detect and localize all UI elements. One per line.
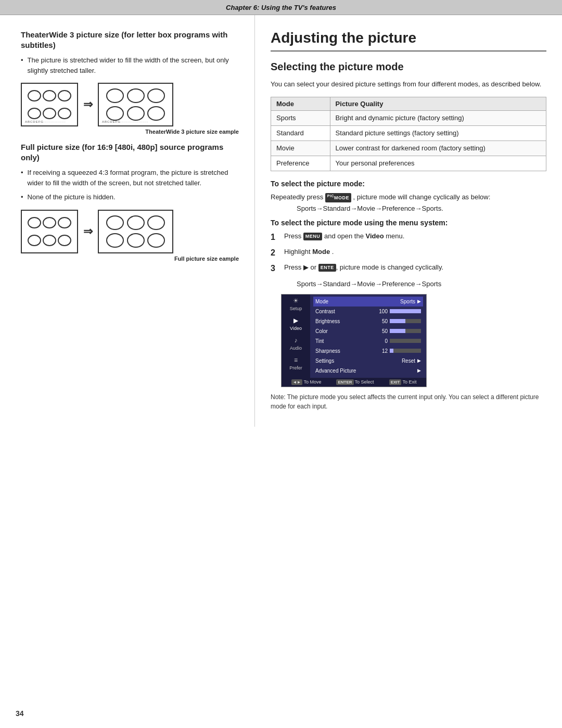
menu-content-area: ModeSports▶Contrast100Brightness50Color5…	[310, 295, 426, 378]
menu-key: MENU	[303, 233, 323, 241]
menu-row-label: Color	[315, 327, 328, 335]
menu-row: Color50	[313, 326, 423, 336]
circle	[147, 106, 165, 121]
theaterwide3-diagram: ABCDEFG················ ⇒ ABCDEFG·······…	[21, 83, 239, 126]
menu-row-value: Reset	[402, 357, 415, 365]
video-icon: ▶	[290, 316, 301, 325]
audio-icon: ♪	[291, 336, 301, 344]
footer-move-text: To Move	[303, 379, 321, 385]
menu-row: Tint0	[313, 336, 423, 346]
page-title: Adjusting the picture	[271, 30, 546, 52]
move-key: ◄►	[291, 379, 303, 385]
main-content: TheaterWide 3 picture size (for letter b…	[0, 15, 562, 427]
left-column: TheaterWide 3 picture size (for letter b…	[0, 15, 255, 427]
menu-nav-video: ▶ Video	[290, 316, 302, 331]
circle	[58, 217, 71, 228]
intro-text: You can select your desired picture sett…	[271, 79, 546, 90]
table-header-mode: Mode	[271, 97, 330, 110]
menu-row-right: Reset▶	[402, 357, 421, 365]
menu-row-value: 50	[382, 327, 388, 335]
menu-row: SettingsReset▶	[313, 356, 423, 366]
menu-row-value: 0	[385, 337, 388, 345]
menu-row: Advanced Picture▶	[313, 366, 423, 376]
menu-row-right: 12	[382, 347, 421, 355]
footer-exit-text: To Exit	[402, 379, 416, 385]
pic-mode-instruction: Repeatedly press PICMODE , picture mode …	[271, 192, 546, 202]
menu-row: ModeSports▶	[313, 297, 423, 306]
circle	[127, 233, 145, 248]
setup-icon: ☀	[291, 297, 301, 305]
menu-row-label: Mode	[315, 298, 328, 305]
menu-row: Brightness50	[313, 316, 423, 326]
pic-mode-key: PICMODE	[325, 193, 351, 202]
menu-bar	[390, 319, 421, 323]
section-heading-picture-mode: Selecting the picture mode	[271, 61, 546, 73]
menu-footer: ◄► To Move ENTER To Select EXIT To Exit	[282, 378, 426, 387]
menu-nav-setup: ☀ Setup	[290, 297, 302, 311]
exit-key: EXIT	[389, 379, 402, 385]
section-fullpicture: Full picture size (for 16:9 [480i, 480p]…	[21, 142, 239, 262]
section1-title: TheaterWide 3 picture size (for letter b…	[21, 30, 239, 50]
arrow-right-icon: ⇒	[83, 98, 93, 111]
menu-row-label: Sharpness	[315, 347, 340, 355]
section-theaterwide3: TheaterWide 3 picture size (for letter b…	[21, 30, 239, 135]
circle	[58, 90, 71, 101]
step1-text: Press MENU and open the Video menu.	[284, 231, 404, 241]
step-num-3: 3	[271, 262, 280, 275]
footer-select-text: To Select	[355, 379, 374, 385]
menu-row-value: Sports	[400, 298, 415, 305]
diagram1-caption: TheaterWide 3 picture size eample	[21, 129, 239, 135]
menu-bar	[390, 339, 421, 343]
section2-title: Full picture size (for 16:9 [480i, 480p]…	[21, 142, 239, 162]
menu-row-value: 12	[382, 347, 388, 355]
numbered-steps: 1 Press MENU and open the Video menu. 2 …	[271, 231, 546, 275]
menu-bar-fill	[390, 329, 405, 333]
menu-nav-audio: ♪ Audio	[290, 336, 302, 351]
menu-row-right: Sports▶	[400, 298, 421, 305]
tv-label-wide: ABCDEFG····················	[102, 120, 148, 123]
arrow-right-icon-2: ⇒	[83, 225, 93, 238]
chapter-title: Chapter 6: Using the TV's features	[226, 4, 336, 11]
menu-row-label: Brightness	[315, 317, 340, 325]
table-row: MovieLower contrast for darkened room (f…	[271, 141, 546, 156]
step-num-1: 1	[271, 231, 280, 244]
menu-row-right: 50	[382, 317, 421, 325]
menu-navigation: ☀ Setup ▶ Video ♪ Audio ≡ Prefer	[282, 295, 310, 378]
menu-row-label: Advanced Picture	[315, 367, 356, 375]
cycle-text-2: Sports→Standard→Movie→Preference→Sports	[297, 280, 546, 288]
subsection2-title: To select the picture mode using the men…	[271, 219, 546, 227]
tv-label: ABCDEFG················	[25, 120, 66, 123]
prefer-icon: ≡	[290, 356, 301, 364]
menu-row-right: 100	[379, 308, 421, 315]
table-row: SportsBright and dynamic picture (factor…	[271, 110, 546, 125]
menu-arrow-icon: ▶	[417, 298, 421, 305]
step2-text: Highlight Mode .	[284, 247, 334, 257]
mode-quality-table: Mode Picture Quality SportsBright and dy…	[271, 97, 546, 172]
mode-cell: Standard	[271, 125, 330, 141]
circle	[147, 88, 165, 103]
menu-bar-fill	[390, 309, 421, 313]
menu-arrow-icon: ▶	[417, 357, 421, 365]
footer-move: ◄► To Move	[291, 379, 322, 385]
tv-box-wide-1: ABCDEFG····················	[98, 83, 173, 126]
circle	[43, 108, 56, 119]
menu-bar	[390, 309, 421, 313]
menu-nav-prefer: ≡ Prefer	[289, 356, 302, 371]
mode-cell: Movie	[271, 141, 330, 156]
circle	[106, 106, 124, 121]
audio-label: Audio	[290, 346, 302, 351]
setup-label: Setup	[290, 306, 302, 311]
subsection1-title: To select the picture mode:	[271, 180, 546, 188]
tv-box-small-1: ABCDEFG················	[21, 83, 78, 126]
circle	[106, 233, 124, 248]
circle	[147, 215, 165, 230]
circle	[58, 108, 71, 119]
circle	[106, 88, 124, 103]
note-text: Note: The picture mode you select affect…	[271, 392, 546, 411]
onscreen-menu: ☀ Setup ▶ Video ♪ Audio ≡ Prefer	[281, 294, 427, 387]
section2-bullet2: None of the picture is hidden.	[21, 192, 239, 202]
menu-body: ☀ Setup ▶ Video ♪ Audio ≡ Prefer	[282, 295, 426, 378]
menu-bar-fill	[390, 319, 405, 323]
fullpicture-diagram: ⇒	[21, 210, 239, 253]
mode-cell: Preference	[271, 156, 330, 171]
